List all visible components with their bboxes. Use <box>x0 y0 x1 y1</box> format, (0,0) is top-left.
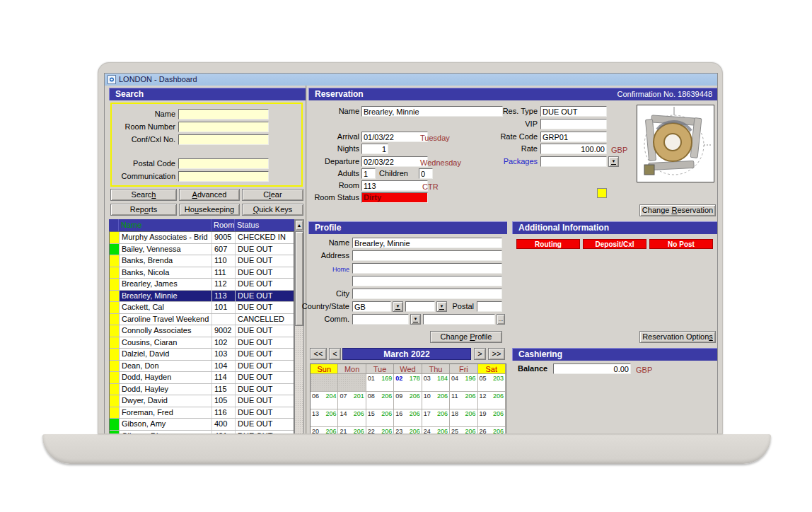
calendar-cell[interactable]: 01169 <box>366 374 394 392</box>
departure-field[interactable] <box>361 156 428 167</box>
comm-value-field[interactable] <box>423 314 495 325</box>
vip-field[interactable] <box>540 119 607 129</box>
table-row[interactable]: Gibson, Amy400DUE OUT <box>110 419 294 431</box>
search-button[interactable]: Search <box>110 189 177 201</box>
country-dropdown-button[interactable]: ▼ <box>393 301 403 312</box>
comm-type-field[interactable] <box>352 314 409 325</box>
calendar-prev-year-button[interactable]: << <box>310 348 327 360</box>
calendar-cell[interactable]: 18206 <box>450 409 477 427</box>
calendar-prev-month-button[interactable]: < <box>329 348 341 360</box>
clear-button[interactable]: Clear <box>242 189 303 201</box>
country-field[interactable] <box>352 301 391 312</box>
calendar-next-year-button[interactable]: >> <box>488 348 505 360</box>
calendar-next-month-button[interactable]: > <box>474 348 486 360</box>
res-type-field[interactable] <box>540 106 607 117</box>
calendar-cell[interactable]: 17206 <box>422 409 450 427</box>
table-row[interactable]: Dalziel, David103DUE OUT <box>110 349 294 361</box>
table-row[interactable]: Dodd, Hayley115DUE OUT <box>110 384 294 396</box>
calendar-cell[interactable]: 22206 <box>366 427 394 434</box>
calendar-cell[interactable]: 03184 <box>422 374 450 392</box>
table-row[interactable]: Gibson, Diane421DUE OUT <box>110 431 294 435</box>
table-row[interactable]: Connolly Associates9002DUE OUT <box>110 325 294 337</box>
change-profile-button[interactable]: Change Profile <box>430 331 502 343</box>
search-communication-input[interactable] <box>178 171 269 182</box>
search-conf-input[interactable] <box>178 134 269 145</box>
calendar-cell[interactable]: 08206 <box>366 392 394 409</box>
table-row[interactable]: Banks, Brenda110DUE OUT <box>110 255 294 267</box>
calendar-cell[interactable]: 07201 <box>338 392 366 409</box>
table-row[interactable]: Brearley, James112DUE OUT <box>110 279 294 291</box>
name-column-header[interactable]: Name <box>119 219 211 231</box>
calendar-cell[interactable]: 14206 <box>338 409 366 427</box>
scroll-up-button[interactable]: ▲ <box>295 220 303 231</box>
rate-field[interactable] <box>540 144 607 154</box>
postal-field[interactable] <box>477 301 502 312</box>
routing-lamp-button[interactable]: Routing <box>516 239 580 249</box>
adults-field[interactable] <box>361 168 376 179</box>
search-postal-input[interactable] <box>178 158 269 169</box>
profile-name-field[interactable] <box>352 238 502 248</box>
reports-button[interactable]: Reports <box>110 204 177 216</box>
calendar-cell[interactable]: 11206 <box>450 392 477 409</box>
table-row[interactable]: Dodd, Hayden114DUE OUT <box>110 372 294 384</box>
nights-field[interactable] <box>361 144 388 154</box>
calendar-cell[interactable]: 24206 <box>422 427 450 434</box>
children-field[interactable] <box>419 168 433 179</box>
comm-dropdown-button[interactable]: ▼ <box>410 314 421 325</box>
calendar-cell[interactable]: 02178 <box>394 374 422 392</box>
reservation-options-button[interactable]: Reservation Options <box>639 331 716 343</box>
calendar-cell[interactable]: 20206 <box>311 427 338 434</box>
calendar-cell[interactable]: 25206 <box>450 427 477 434</box>
calendar-cell[interactable]: 09206 <box>394 392 422 409</box>
profile-home-field[interactable] <box>352 263 502 274</box>
profile-address-field[interactable] <box>352 250 502 261</box>
calendar-cell[interactable]: 13206 <box>311 409 338 427</box>
calendar-cell[interactable]: 16206 <box>394 409 422 427</box>
calendar-cell[interactable]: 21206 <box>338 427 366 434</box>
table-row[interactable]: Cackett, Cal101DUE OUT <box>110 302 294 314</box>
calendar-cell[interactable]: 10206 <box>422 392 450 409</box>
calendar-cell[interactable]: 12206 <box>478 392 506 409</box>
calendar-day-number: 03 <box>424 375 431 382</box>
packages-label[interactable]: Packages <box>474 156 538 167</box>
arrival-field[interactable] <box>361 132 428 142</box>
room-field[interactable] <box>361 180 428 191</box>
status-column-header[interactable]: Status <box>235 219 294 231</box>
state-field[interactable] <box>405 301 435 312</box>
deposit-cxl-lamp-button[interactable]: Deposit/Cxl <box>583 239 646 249</box>
table-row[interactable]: Murphy Associates - Brid9005CHECKED IN <box>110 232 294 244</box>
table-row[interactable]: Bailey, Vennessa607DUE OUT <box>110 244 294 256</box>
table-row[interactable]: Brearley, Minnie113DUE OUT <box>110 291 294 303</box>
table-row[interactable]: Caroline Travel WeekendCANCELLED <box>110 314 294 326</box>
room-column-header[interactable]: Room <box>211 219 235 231</box>
search-name-input[interactable] <box>178 109 269 120</box>
profile-city-field[interactable] <box>352 289 502 299</box>
calendar-cell[interactable]: 15206 <box>366 409 394 427</box>
table-row[interactable]: Dwyer, David105DUE OUT <box>110 395 294 407</box>
calendar-cell[interactable]: 04196 <box>450 374 477 392</box>
search-room-input[interactable] <box>178 122 269 132</box>
rate-code-field[interactable] <box>540 132 607 142</box>
calendar-cell[interactable]: 05203 <box>478 374 506 392</box>
state-dropdown-button[interactable]: ▼ <box>436 301 447 312</box>
table-row[interactable]: Banks, Nicola111DUE OUT <box>110 267 294 279</box>
advanced-button[interactable]: Advanced <box>179 189 240 201</box>
quick-keys-button[interactable]: Quick Keys <box>242 204 303 216</box>
table-row[interactable]: Cousins, Ciaran102DUE OUT <box>110 337 294 349</box>
table-row[interactable]: Dean, Don104DUE OUT <box>110 361 294 373</box>
housekeeping-button[interactable]: Housekeeping <box>179 204 240 216</box>
no-post-lamp-button[interactable]: No Post <box>649 239 713 249</box>
calendar-cell[interactable]: 26206 <box>478 427 506 434</box>
change-reservation-button[interactable]: Change Reservation <box>639 204 716 216</box>
profile-home-label[interactable]: Home <box>293 264 349 275</box>
comm-more-button[interactable]: ... <box>497 314 505 325</box>
packages-field[interactable] <box>540 156 607 167</box>
window-titlebar[interactable]: LONDON - Dashboard <box>105 74 717 86</box>
calendar-cell[interactable]: 06204 <box>311 392 338 409</box>
balance-field[interactable] <box>553 363 631 374</box>
calendar-cell[interactable]: 23206 <box>394 427 422 434</box>
profile-address2-field[interactable] <box>352 276 502 286</box>
calendar-cell[interactable]: 19206 <box>478 409 506 427</box>
table-row[interactable]: Foreman, Fred116DUE OUT <box>110 407 294 419</box>
packages-dropdown-button[interactable]: ▼ <box>608 156 619 167</box>
